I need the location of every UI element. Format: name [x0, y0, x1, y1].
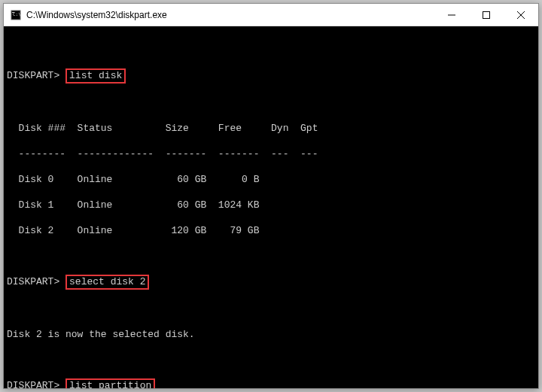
prompt: DISKPART> — [7, 70, 59, 81]
blank-line — [7, 250, 535, 263]
window-title: C:\Windows\system32\diskpart.exe — [26, 10, 434, 20]
disk-header: Disk ### Status Size Free Dyn Gpt — [7, 122, 535, 135]
minimize-icon — [448, 11, 455, 19]
minimize-button[interactable] — [434, 4, 469, 26]
table-row: Disk 1 Online 60 GB 1024 KB — [7, 199, 535, 211]
blank-line — [7, 302, 535, 315]
prompt: DISKPART> — [7, 276, 59, 287]
prompt: DISKPART> — [7, 380, 59, 388]
prompt-line: DISKPART> list partition — [7, 379, 535, 388]
close-icon — [517, 11, 525, 19]
cmd-select-disk: select disk 2 — [65, 275, 149, 290]
table-row: Disk 2 Online 120 GB 79 GB — [7, 224, 535, 237]
titlebar[interactable]: C:\ C:\Windows\system32\diskpart.exe — [4, 4, 538, 26]
terminal-body[interactable]: DISKPART> list disk Disk ### Status Size… — [4, 26, 538, 388]
app-icon: C:\ — [10, 9, 22, 21]
close-button[interactable] — [504, 4, 538, 26]
maximize-icon — [483, 11, 490, 19]
output-msg: Disk 2 is now the selected disk. — [7, 328, 535, 341]
cmd-list-partition: list partition — [65, 378, 155, 388]
svg-rect-4 — [483, 11, 490, 18]
maximize-button[interactable] — [469, 4, 504, 26]
disk-divider: -------- ------------- ------- ------- -… — [7, 147, 535, 160]
table-row: Disk 0 Online 60 GB 0 B — [7, 173, 535, 186]
blank-line — [7, 44, 535, 56]
prompt-line: DISKPART> list disk — [7, 69, 535, 84]
window-controls — [434, 4, 538, 26]
cmd-list-disk: list disk — [65, 68, 126, 84]
blank-line — [7, 354, 535, 366]
prompt-line: DISKPART> select disk 2 — [7, 275, 535, 290]
blank-line — [7, 96, 535, 109]
app-window: C:\ C:\Windows\system32\diskpart.exe DIS… — [3, 3, 539, 389]
svg-text:C:\: C:\ — [13, 11, 21, 17]
